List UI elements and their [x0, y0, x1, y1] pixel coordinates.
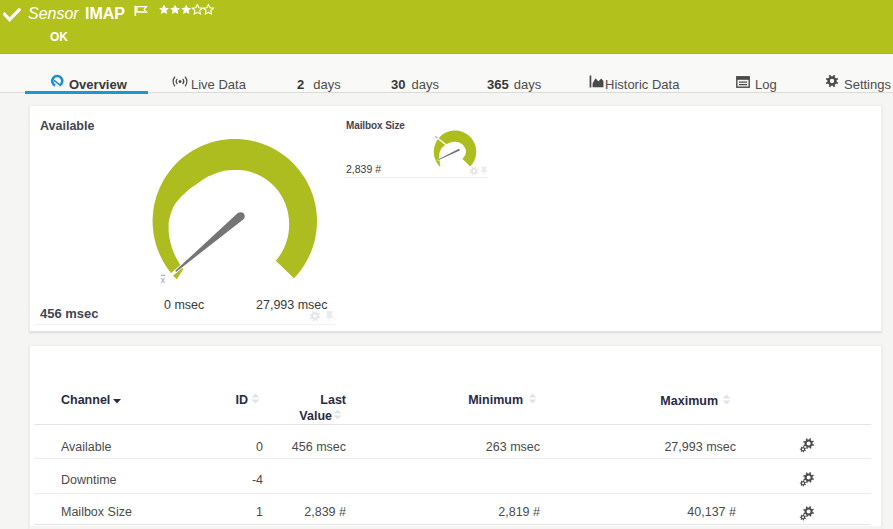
- svg-text:x: x: [161, 275, 166, 285]
